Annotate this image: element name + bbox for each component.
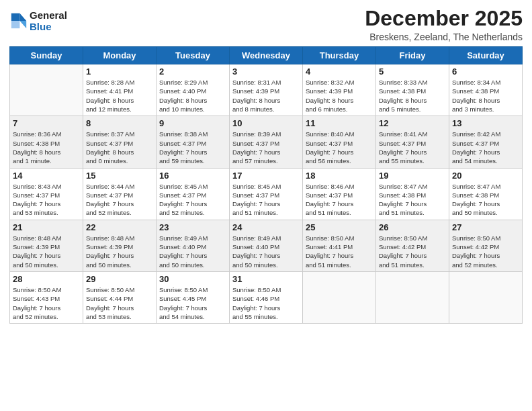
calendar-cell: 27Sunrise: 8:50 AM Sunset: 4:42 PM Dayli… [449,220,523,271]
weekday-header-wednesday: Wednesday [230,47,303,64]
weekday-header-sunday: Sunday [10,47,83,64]
day-number: 20 [452,171,519,181]
calendar-cell: 11Sunrise: 8:40 AM Sunset: 4:37 PM Dayli… [303,116,376,168]
svg-marker-1 [19,21,26,28]
day-info: Sunrise: 8:28 AM Sunset: 4:41 PM Dayligh… [86,78,153,113]
day-info: Sunrise: 8:45 AM Sunset: 4:37 PM Dayligh… [159,182,226,218]
day-info: Sunrise: 8:45 AM Sunset: 4:37 PM Dayligh… [232,182,300,218]
day-info: Sunrise: 8:39 AM Sunset: 4:37 PM Dayligh… [232,130,300,165]
calendar-cell: 25Sunrise: 8:50 AM Sunset: 4:41 PM Dayli… [303,220,376,271]
calendar-cell [10,64,83,116]
calendar-cell: 13Sunrise: 8:42 AM Sunset: 4:37 PM Dayli… [449,116,523,168]
calendar-cell: 1Sunrise: 8:28 AM Sunset: 4:41 PM Daylig… [83,64,157,116]
day-number: 30 [159,274,226,284]
calendar-cell: 7Sunrise: 8:36 AM Sunset: 4:38 PM Daylig… [10,116,83,168]
calendar-cell: 21Sunrise: 8:48 AM Sunset: 4:39 PM Dayli… [10,220,83,271]
month-title: December 2025 [365,7,523,30]
calendar-cell [376,271,449,323]
calendar-cell: 5Sunrise: 8:33 AM Sunset: 4:38 PM Daylig… [376,64,449,116]
day-number: 8 [86,118,153,128]
day-number: 21 [13,222,80,232]
calendar-cell: 12Sunrise: 8:41 AM Sunset: 4:37 PM Dayli… [376,116,449,168]
day-number: 7 [13,118,80,128]
day-number: 1 [86,66,153,77]
title-area: December 2025 Breskens, Zeeland, The Net… [365,7,523,42]
calendar-cell: 19Sunrise: 8:47 AM Sunset: 4:38 PM Dayli… [376,168,449,220]
calendar-cell: 31Sunrise: 8:50 AM Sunset: 4:46 PM Dayli… [230,271,303,323]
day-info: Sunrise: 8:48 AM Sunset: 4:39 PM Dayligh… [13,234,80,269]
day-info: Sunrise: 8:38 AM Sunset: 4:37 PM Dayligh… [159,130,226,165]
calendar-cell: 8Sunrise: 8:37 AM Sunset: 4:37 PM Daylig… [83,116,157,168]
day-number: 12 [379,118,446,128]
day-number: 17 [232,171,300,181]
calendar-cell: 10Sunrise: 8:39 AM Sunset: 4:37 PM Dayli… [230,116,303,168]
day-number: 3 [232,66,300,77]
subtitle: Breskens, Zeeland, The Netherlands [365,32,523,42]
calendar-week-2: 7Sunrise: 8:36 AM Sunset: 4:38 PM Daylig… [10,116,523,168]
svg-marker-0 [19,13,26,21]
calendar-cell: 23Sunrise: 8:49 AM Sunset: 4:40 PM Dayli… [157,220,230,271]
page: General Blue December 2025 Breskens, Zee… [0,0,532,411]
day-info: Sunrise: 8:44 AM Sunset: 4:37 PM Dayligh… [86,182,153,218]
day-info: Sunrise: 8:47 AM Sunset: 4:38 PM Dayligh… [452,182,519,218]
day-info: Sunrise: 8:43 AM Sunset: 4:37 PM Dayligh… [13,182,80,218]
weekday-header-thursday: Thursday [303,47,376,64]
day-number: 11 [306,118,373,128]
day-info: Sunrise: 8:50 AM Sunset: 4:44 PM Dayligh… [86,285,153,321]
calendar-table: SundayMondayTuesdayWednesdayThursdayFrid… [9,46,523,324]
svg-rect-2 [11,13,20,21]
weekday-header-saturday: Saturday [449,47,523,64]
calendar-week-4: 21Sunrise: 8:48 AM Sunset: 4:39 PM Dayli… [10,220,523,271]
day-info: Sunrise: 8:50 AM Sunset: 4:42 PM Dayligh… [379,234,446,269]
day-number: 25 [306,222,373,232]
day-number: 5 [379,66,446,77]
day-info: Sunrise: 8:50 AM Sunset: 4:43 PM Dayligh… [13,285,80,321]
svg-rect-3 [11,21,20,28]
day-number: 13 [452,118,519,128]
day-number: 9 [159,118,226,128]
day-number: 26 [379,222,446,232]
calendar-week-3: 14Sunrise: 8:43 AM Sunset: 4:37 PM Dayli… [10,168,523,220]
calendar-cell [449,271,523,323]
logo: General Blue [9,9,67,32]
day-info: Sunrise: 8:50 AM Sunset: 4:46 PM Dayligh… [232,285,300,321]
day-info: Sunrise: 8:49 AM Sunset: 4:40 PM Dayligh… [232,234,300,269]
day-info: Sunrise: 8:49 AM Sunset: 4:40 PM Dayligh… [159,234,226,269]
logo-text: General Blue [30,9,67,32]
calendar-cell: 4Sunrise: 8:32 AM Sunset: 4:39 PM Daylig… [303,64,376,116]
calendar-cell: 16Sunrise: 8:45 AM Sunset: 4:37 PM Dayli… [157,168,230,220]
day-number: 10 [232,118,300,128]
day-number: 2 [159,66,226,77]
day-number: 15 [86,171,153,181]
calendar-cell: 24Sunrise: 8:49 AM Sunset: 4:40 PM Dayli… [230,220,303,271]
calendar-cell: 22Sunrise: 8:48 AM Sunset: 4:39 PM Dayli… [83,220,157,271]
calendar-cell: 30Sunrise: 8:50 AM Sunset: 4:45 PM Dayli… [157,271,230,323]
calendar-week-1: 1Sunrise: 8:28 AM Sunset: 4:41 PM Daylig… [10,64,523,116]
calendar-cell: 15Sunrise: 8:44 AM Sunset: 4:37 PM Dayli… [83,168,157,220]
day-info: Sunrise: 8:47 AM Sunset: 4:38 PM Dayligh… [379,182,446,218]
day-number: 4 [306,66,373,77]
calendar-cell: 26Sunrise: 8:50 AM Sunset: 4:42 PM Dayli… [376,220,449,271]
day-info: Sunrise: 8:46 AM Sunset: 4:37 PM Dayligh… [306,182,373,218]
day-info: Sunrise: 8:40 AM Sunset: 4:37 PM Dayligh… [306,130,373,165]
day-number: 29 [86,274,153,284]
day-number: 28 [13,274,80,284]
day-info: Sunrise: 8:50 AM Sunset: 4:41 PM Dayligh… [306,234,373,269]
calendar-cell: 9Sunrise: 8:38 AM Sunset: 4:37 PM Daylig… [157,116,230,168]
logo-icon [9,11,28,30]
day-number: 31 [232,274,300,284]
calendar-cell: 29Sunrise: 8:50 AM Sunset: 4:44 PM Dayli… [83,271,157,323]
day-info: Sunrise: 8:50 AM Sunset: 4:42 PM Dayligh… [452,234,519,269]
day-number: 22 [86,222,153,232]
day-info: Sunrise: 8:41 AM Sunset: 4:37 PM Dayligh… [379,130,446,165]
day-info: Sunrise: 8:50 AM Sunset: 4:45 PM Dayligh… [159,285,226,321]
day-info: Sunrise: 8:36 AM Sunset: 4:38 PM Dayligh… [13,130,80,165]
day-info: Sunrise: 8:31 AM Sunset: 4:39 PM Dayligh… [232,78,300,113]
day-number: 14 [13,171,80,181]
day-info: Sunrise: 8:48 AM Sunset: 4:39 PM Dayligh… [86,234,153,269]
calendar-week-5: 28Sunrise: 8:50 AM Sunset: 4:43 PM Dayli… [10,271,523,323]
weekday-header-tuesday: Tuesday [157,47,230,64]
weekday-header-friday: Friday [376,47,449,64]
day-number: 18 [306,171,373,181]
day-number: 23 [159,222,226,232]
